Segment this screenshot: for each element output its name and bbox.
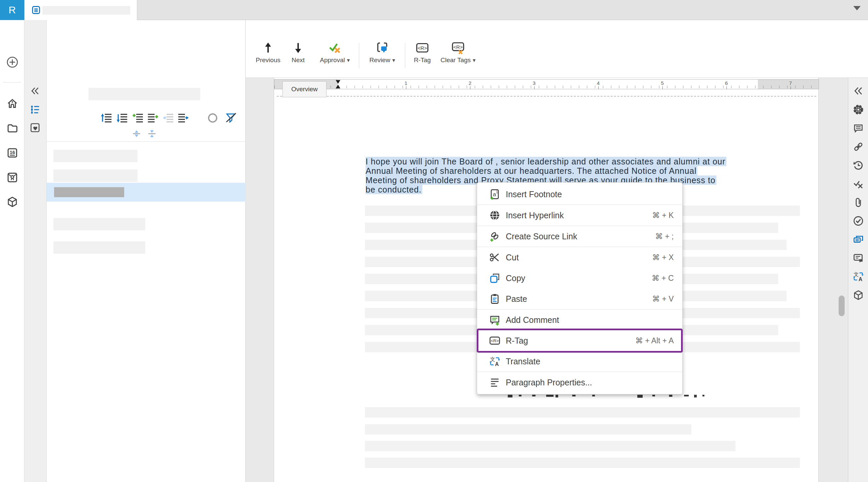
expand-all-icon[interactable] [132,130,141,138]
rtag-button[interactable]: R-Tag [411,41,433,64]
section-tab[interactable]: Overview [282,81,327,97]
menu-item-create-source-link[interactable]: Create Source Link⌘ + ; [477,226,682,247]
footnote-icon [489,189,500,200]
menu-item-shortcut: ⌘ + V [652,294,674,304]
add-icon[interactable] [6,56,18,68]
document-tab-icon [31,5,41,15]
outline-item-placeholder[interactable] [54,241,145,254]
folder-icon[interactable] [6,122,18,134]
toolbar-separator [405,43,405,68]
menu-item-shortcut: ⌘ + K [652,211,674,220]
move-down-icon[interactable] [117,113,128,123]
comments-icon[interactable] [852,234,864,245]
insert-below-icon[interactable] [147,113,159,123]
globe-icon [489,209,500,221]
calendar-icon[interactable] [6,147,18,159]
indent-icon[interactable] [178,113,189,123]
paragraph-line[interactable]: be conducted. [366,185,422,194]
r-tag-icon [489,335,500,346]
review-button[interactable]: Review [366,41,399,64]
data-cube-icon[interactable] [852,289,864,301]
ruler-number: 6 [723,80,730,86]
tasks-icon[interactable] [852,215,864,227]
menu-item-insert-footnote[interactable]: Insert Footnote [477,184,682,204]
menu-item-translate[interactable]: Translate [477,351,682,372]
ruler-number: 2 [467,80,473,86]
menu-item-paragraph-properties[interactable]: Paragraph Properties... [477,372,682,393]
insert-above-icon[interactable] [132,113,144,123]
menu-item-add-comment[interactable]: Add Comment [477,310,682,330]
clear-tags-label: Clear Tags [440,56,470,63]
menu-item-copy[interactable]: Copy⌘ + C [477,268,682,288]
move-up-icon[interactable] [101,113,112,123]
outline-item-placeholder[interactable] [54,169,137,182]
filter-off-icon[interactable] [225,112,237,124]
approval-button[interactable]: Approval [316,41,353,64]
menu-item-cut[interactable]: Cut⌘ + X [477,247,682,268]
obscured-text-fragment [694,395,697,397]
context-menu: Insert FootnoteInsert Hyperlink⌘ + KCrea… [477,182,683,394]
obscured-text-fragment [637,395,643,398]
outline-item-selected[interactable] [47,183,246,202]
certificate-icon[interactable] [6,171,18,183]
outline-tree-icon[interactable] [30,104,40,115]
menu-item-insert-hyperlink[interactable]: Insert Hyperlink⌘ + K [477,205,682,226]
chat-icon[interactable] [852,252,864,264]
collapse-all-icon[interactable] [147,130,157,138]
outline-item-placeholder[interactable] [54,150,137,162]
home-icon[interactable] [6,97,18,110]
previous-button[interactable]: Previous [255,41,281,64]
ruler-number: 3 [531,80,537,86]
record-circle-icon[interactable] [207,112,218,124]
panel-rail [24,20,47,482]
tabbar-chevron-down-icon[interactable] [853,6,861,14]
attachment-icon[interactable] [852,197,864,208]
paragraph-line[interactable]: I hope you will join The Board of , seni… [366,157,726,166]
paragraph-line[interactable]: Annual Meeting of shareholders at our he… [366,166,698,175]
clear-tags-button[interactable]: Clear Tags [438,41,478,64]
redacted-text-line [365,458,800,468]
next-label: Next [288,56,308,64]
app-rail [0,20,24,482]
previous-label: Previous [255,56,281,64]
margin-marker-icon[interactable] [336,80,341,89]
collapse-panel-icon[interactable] [30,86,40,96]
menu-item-label: Add Comment [506,315,674,325]
outline-item-placeholder[interactable] [54,218,145,230]
menu-item-label: Paste [506,294,652,304]
next-button[interactable]: Next [288,41,308,64]
menu-item-r-tag[interactable]: R-Tag⌘ + Alt + A [477,330,682,351]
obscured-text-fragment [684,395,689,396]
menu-item-label: Translate [506,357,674,366]
settings-icon[interactable] [852,104,864,115]
obscured-text-fragment [546,395,554,397]
app-logo[interactable]: R [0,0,24,20]
approval-label: Approval [320,56,345,63]
menu-item-shortcut: ⌘ + Alt + A [635,336,674,345]
section-boundary [277,96,816,96]
cut-icon [489,252,500,263]
obscured-text-fragment [669,395,672,397]
favorites-icon[interactable] [30,122,40,133]
next-arrow-icon [292,41,305,55]
menu-item-paste[interactable]: Paste⌘ + V [477,288,682,309]
collapse-panel-icon[interactable] [852,85,864,96]
link-icon[interactable] [852,141,864,152]
comment-icon[interactable] [852,122,864,134]
rtag-icon [416,41,429,55]
ruler-number: 1 [403,80,409,86]
translate-icon [489,356,500,367]
translate-icon[interactable] [852,271,864,282]
copy-icon [489,273,500,284]
history-icon[interactable] [852,160,864,171]
previous-arrow-icon [262,41,274,55]
vertical-scrollbar[interactable] [839,295,845,316]
approval-icon[interactable] [852,178,864,190]
menu-item-label: Create Source Link [506,232,655,241]
menu-item-label: Copy [506,274,652,283]
data-cube-icon[interactable] [6,196,18,208]
panel-divider [47,141,246,142]
document-tab-title-placeholder [42,6,130,15]
outdent-icon[interactable] [163,113,174,123]
outline-item-placeholder [54,187,124,197]
